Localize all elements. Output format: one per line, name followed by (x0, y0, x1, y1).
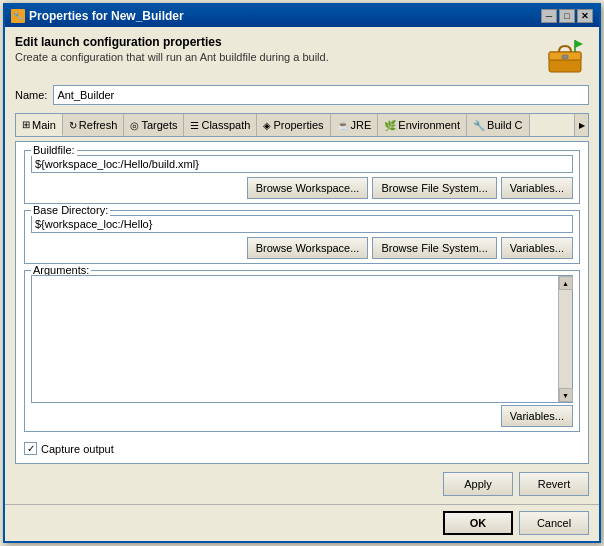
name-label: Name: (15, 89, 47, 101)
cancel-button[interactable]: Cancel (519, 511, 589, 535)
capture-output-label: Capture output (41, 443, 114, 455)
arguments-variables-button[interactable]: Variables... (501, 405, 573, 427)
base-directory-browse-workspace-button[interactable]: Browse Workspace... (247, 237, 369, 259)
base-directory-browse-filesystem-button[interactable]: Browse File System... (372, 237, 496, 259)
minimize-button[interactable]: ─ (541, 9, 557, 23)
tab-refresh[interactable]: ↻ Refresh (63, 114, 125, 136)
tab-build-c[interactable]: 🔧 Build C (467, 114, 529, 136)
buildfile-group: Buildfile: Browse Workspace... Browse Fi… (24, 150, 580, 204)
scroll-down-button[interactable]: ▼ (559, 388, 573, 402)
tab-main[interactable]: ⊞ Main (16, 114, 63, 136)
window-icon: 🔧 (11, 9, 25, 23)
scroll-up-button[interactable]: ▲ (559, 276, 573, 290)
dialog-footer: OK Cancel (5, 504, 599, 541)
maximize-button[interactable]: □ (559, 9, 575, 23)
arguments-inner: ▲ ▼ (31, 275, 573, 403)
header-text: Edit launch configuration properties Cre… (15, 35, 329, 63)
tab-refresh-label: Refresh (79, 119, 118, 131)
tab-environment[interactable]: 🌿 Environment (378, 114, 467, 136)
main-tab-icon: ⊞ (22, 119, 30, 130)
base-directory-group: Base Directory: Browse Workspace... Brow… (24, 210, 580, 264)
base-directory-btn-row: Browse Workspace... Browse File System..… (31, 237, 573, 259)
capture-output-row: ✓ Capture output (24, 442, 580, 455)
tab-targets[interactable]: ◎ Targets (124, 114, 184, 136)
svg-rect-2 (562, 55, 568, 59)
name-input[interactable] (53, 85, 589, 105)
buildfile-btn-row: Browse Workspace... Browse File System..… (31, 177, 573, 199)
dialog-body: Edit launch configuration properties Cre… (5, 27, 599, 504)
buildfile-browse-filesystem-button[interactable]: Browse File System... (372, 177, 496, 199)
revert-button[interactable]: Revert (519, 472, 589, 496)
build-c-tab-icon: 🔧 (473, 120, 485, 131)
header-section: Edit launch configuration properties Cre… (15, 35, 589, 77)
header-subtitle: Create a configuration that will run an … (15, 51, 329, 63)
buildfile-label: Buildfile: (31, 144, 77, 156)
close-button[interactable]: ✕ (577, 9, 593, 23)
dialog-window: 🔧 Properties for New_Builder ─ □ ✕ Edit … (3, 3, 601, 543)
base-directory-variables-button[interactable]: Variables... (501, 237, 573, 259)
base-directory-input[interactable] (31, 215, 573, 233)
apply-revert-row: Apply Revert (15, 472, 589, 496)
arguments-textarea[interactable] (32, 276, 558, 402)
buildfile-variables-button[interactable]: Variables... (501, 177, 573, 199)
tab-environment-label: Environment (398, 119, 460, 131)
ok-button[interactable]: OK (443, 511, 513, 535)
tab-classpath-label: Classpath (201, 119, 250, 131)
properties-tab-icon: ◈ (263, 120, 271, 131)
tab-properties[interactable]: ◈ Properties (257, 114, 330, 136)
tab-targets-label: Targets (141, 119, 177, 131)
header-title: Edit launch configuration properties (15, 35, 329, 49)
tab-jre[interactable]: ☕ JRE (331, 114, 379, 136)
window-title: Properties for New_Builder (29, 9, 184, 23)
title-controls: ─ □ ✕ (541, 9, 593, 23)
arguments-scrollbar: ▲ ▼ (558, 276, 572, 402)
name-row: Name: (15, 85, 589, 105)
refresh-tab-icon: ↻ (69, 120, 77, 131)
jre-tab-icon: ☕ (337, 120, 349, 131)
classpath-tab-icon: ☰ (190, 120, 199, 131)
content-area: Buildfile: Browse Workspace... Browse Fi… (15, 141, 589, 464)
tabs-container: ⊞ Main ↻ Refresh ◎ Targets ☰ Classpath ◈… (15, 113, 589, 137)
title-bar: 🔧 Properties for New_Builder ─ □ ✕ (5, 5, 599, 27)
tab-classpath[interactable]: ☰ Classpath (184, 114, 257, 136)
environment-tab-icon: 🌿 (384, 120, 396, 131)
tab-scroll-right-button[interactable]: ▶ (574, 114, 588, 136)
apply-button[interactable]: Apply (443, 472, 513, 496)
tab-build-c-label: Build C (487, 119, 522, 131)
tab-main-label: Main (32, 119, 56, 131)
svg-marker-4 (575, 40, 583, 48)
tab-properties-label: Properties (273, 119, 323, 131)
arguments-variables-row: Variables... (31, 405, 573, 427)
buildfile-browse-workspace-button[interactable]: Browse Workspace... (247, 177, 369, 199)
arguments-group: Arguments: ▲ ▼ Variables... (24, 270, 580, 432)
base-directory-label: Base Directory: (31, 204, 110, 216)
ant-toolbox-icon (545, 38, 585, 74)
targets-tab-icon: ◎ (130, 120, 139, 131)
title-bar-left: 🔧 Properties for New_Builder (11, 9, 184, 23)
header-icon (541, 35, 589, 77)
tab-jre-label: JRE (351, 119, 372, 131)
capture-output-checkbox[interactable]: ✓ (24, 442, 37, 455)
buildfile-input[interactable] (31, 155, 573, 173)
